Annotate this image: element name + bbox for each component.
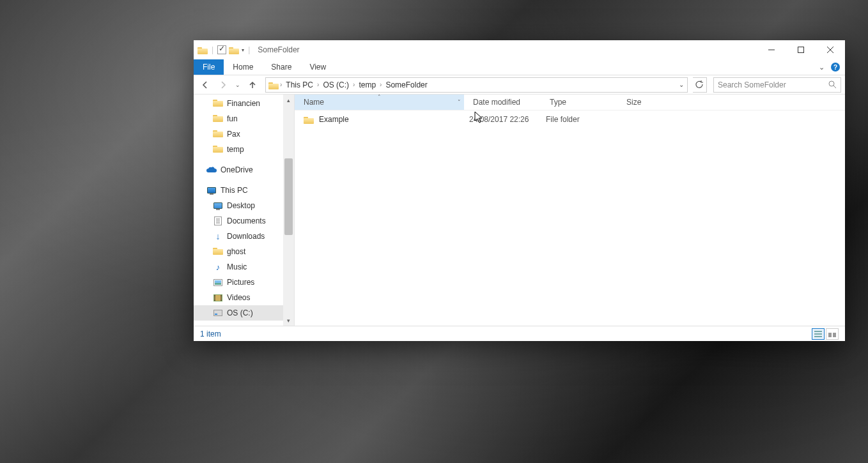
documents-icon — [213, 216, 223, 226]
sidebar-item-thispc[interactable]: This PC — [194, 183, 283, 198]
nav-forward-button[interactable] — [215, 77, 231, 93]
file-row[interactable]: Example 24/08/2017 22:26 File folder — [295, 110, 845, 128]
file-list-pane: ˄ Name ˅ Date modified Type Size — [295, 95, 845, 326]
window-title: SomeFolder — [258, 45, 299, 54]
breadcrumb-sep-icon[interactable]: › — [380, 81, 382, 88]
sidebar-item-label: Downloads — [227, 232, 265, 241]
sidebar-item-os-c[interactable]: OS (C:) — [194, 305, 283, 321]
qat-properties-icon[interactable] — [217, 45, 226, 54]
tab-share[interactable]: Share — [262, 59, 300, 75]
sidebar-scrollbar[interactable]: ▴ ▾ — [283, 95, 294, 326]
sidebar-item-label: Financien — [227, 99, 260, 108]
folder-icon — [213, 129, 223, 139]
breadcrumb[interactable]: This PC — [283, 80, 316, 89]
sidebar-item-label: Videos — [227, 293, 250, 302]
sidebar-item-label: OneDrive — [221, 165, 253, 174]
folder-icon — [213, 144, 223, 155]
breadcrumb[interactable]: SomeFolder — [383, 80, 430, 89]
explorer-window: | ▾ | SomeFolder File Home Share View ⌄ … — [194, 40, 845, 341]
qat-newfolder-icon[interactable] — [229, 46, 239, 54]
breadcrumb-sep-icon[interactable]: › — [353, 81, 355, 88]
breadcrumb-sep-icon[interactable]: › — [280, 81, 282, 88]
svg-point-4 — [829, 81, 834, 86]
sidebar-item-downloads[interactable]: ↓ Downloads — [194, 229, 283, 244]
column-label: Type — [550, 98, 566, 107]
onedrive-icon — [206, 165, 217, 175]
sidebar-item-financien[interactable]: Financien — [194, 96, 283, 111]
search-icon — [828, 80, 837, 89]
column-size[interactable]: Size — [617, 95, 669, 110]
nav-back-button[interactable] — [198, 77, 213, 93]
refresh-button[interactable] — [693, 77, 707, 93]
folder-icon — [213, 114, 223, 124]
pictures-icon — [213, 277, 223, 287]
qat-dropdown-icon[interactable]: ▾ — [242, 47, 244, 53]
ribbon: File Home Share View ⌄ ? — [194, 59, 845, 75]
svg-line-5 — [833, 86, 836, 88]
column-name[interactable]: ˄ Name ˅ — [295, 95, 464, 110]
sidebar-item-documents[interactable]: Documents — [194, 213, 283, 229]
titlebar: | ▾ | SomeFolder — [194, 40, 845, 59]
window-icon — [198, 46, 208, 54]
column-headers: ˄ Name ˅ Date modified Type Size — [295, 95, 845, 110]
scroll-up-icon[interactable]: ▴ — [283, 95, 294, 105]
breadcrumb[interactable]: temp — [356, 80, 378, 89]
arrow-left-icon — [201, 80, 210, 89]
large-icons-icon — [828, 331, 836, 337]
sidebar-item-label: temp — [227, 145, 244, 154]
nav-recent-button[interactable]: ⌄ — [233, 77, 242, 93]
search-box[interactable] — [713, 77, 841, 93]
sidebar-item-label: Documents — [227, 216, 266, 225]
sidebar-item-ghost[interactable]: ghost — [194, 244, 283, 259]
view-large-button[interactable] — [826, 328, 839, 340]
file-type: File folder — [541, 115, 617, 124]
ribbon-collapse-icon[interactable]: ⌄ — [819, 63, 825, 72]
file-date: 24/08/2017 22:26 — [464, 115, 541, 124]
titlebar-separator: | — [212, 45, 213, 54]
sidebar-item-fun[interactable]: fun — [194, 111, 283, 126]
sidebar-item-label: fun — [227, 114, 238, 123]
sidebar-item-label: This PC — [221, 186, 248, 195]
column-filter-icon[interactable]: ˅ — [458, 99, 461, 105]
address-bar[interactable]: › This PC › OS (C:) › temp › SomeFolder … — [265, 77, 688, 93]
sidebar-item-temp[interactable]: temp — [194, 142, 283, 157]
sidebar-item-videos[interactable]: Videos — [194, 290, 283, 305]
search-input[interactable] — [718, 80, 828, 89]
sidebar-item-label: Desktop — [227, 201, 255, 210]
status-count: 1 item — [200, 330, 221, 338]
close-button[interactable] — [816, 40, 845, 59]
drive-icon — [213, 308, 223, 318]
sidebar-item-music[interactable]: ♪ Music — [194, 259, 283, 275]
sidebar-item-onedrive[interactable]: OneDrive — [194, 162, 283, 178]
maximize-button[interactable] — [786, 40, 816, 59]
svg-rect-1 — [798, 47, 804, 53]
breadcrumb-sep-icon[interactable]: › — [317, 81, 319, 88]
sidebar-item-desktop[interactable]: Desktop — [194, 198, 283, 213]
sidebar-item-label: Pictures — [227, 278, 254, 287]
details-icon — [814, 331, 822, 337]
address-dropdown-icon[interactable]: ⌄ — [676, 81, 687, 88]
breadcrumb[interactable]: OS (C:) — [320, 80, 352, 89]
downloads-icon: ↓ — [213, 231, 223, 241]
scroll-thumb[interactable] — [284, 158, 293, 235]
column-date[interactable]: Date modified — [464, 95, 541, 110]
music-icon: ♪ — [213, 262, 223, 272]
folder-icon — [213, 247, 223, 257]
column-label: Date modified — [473, 98, 520, 107]
sidebar-item-pax[interactable]: Pax — [194, 126, 283, 142]
sidebar-item-pictures[interactable]: Pictures — [194, 275, 283, 290]
desktop-icon — [213, 201, 223, 211]
scroll-down-icon[interactable]: ▾ — [283, 315, 294, 326]
column-type[interactable]: Type — [541, 95, 617, 110]
tab-home[interactable]: Home — [224, 59, 262, 75]
nav-up-button[interactable] — [245, 77, 260, 93]
tab-view[interactable]: View — [300, 59, 335, 75]
address-folder-icon — [268, 81, 279, 89]
minimize-button[interactable] — [757, 40, 786, 59]
tab-file[interactable]: File — [194, 59, 224, 75]
view-details-button[interactable] — [812, 328, 825, 340]
help-icon[interactable]: ? — [831, 63, 840, 72]
column-label: Name — [304, 98, 324, 107]
sidebar-item-label: Pax — [227, 130, 240, 139]
sort-asc-icon: ˄ — [378, 94, 381, 100]
